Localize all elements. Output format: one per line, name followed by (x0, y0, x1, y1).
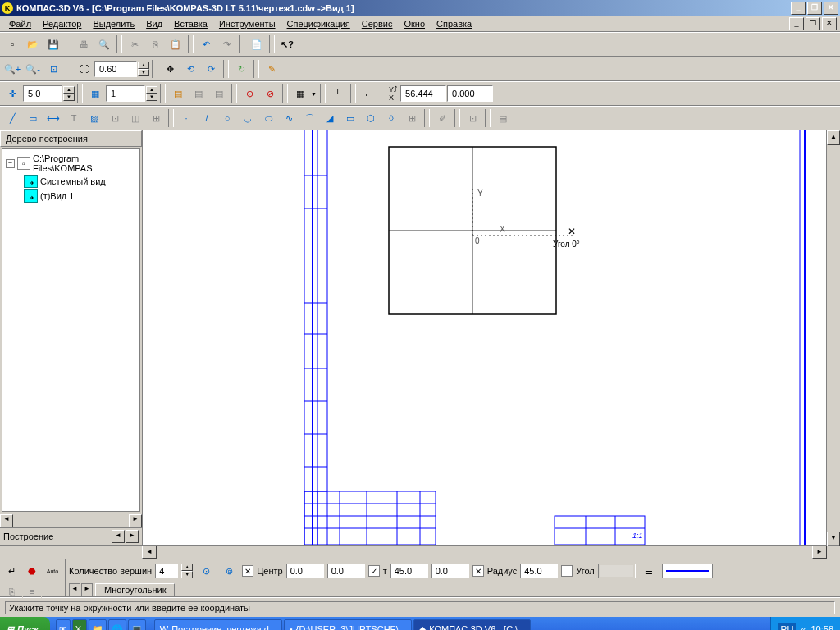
seg-tool[interactable]: / (197, 108, 217, 128)
angle-check[interactable] (561, 565, 573, 577)
tree-scroll-left[interactable]: ◄ (0, 514, 13, 527)
layers3-button[interactable]: ▤ (209, 84, 229, 103)
coord-y-field[interactable] (447, 85, 493, 102)
task-cmd[interactable]: ▪{D:\USER_3\JURTSCHE\... (284, 619, 412, 631)
zoom-in-button[interactable]: 🔍+ (2, 59, 22, 79)
hscroll-left[interactable]: ◄ (142, 546, 157, 559)
tree-item-system[interactable]: ↳ Системный вид (6, 174, 136, 189)
save-button[interactable]: 💾 (43, 34, 63, 54)
auto-button[interactable]: Auto (43, 561, 62, 581)
zoom-next-button[interactable]: ⟳ (201, 59, 221, 79)
menu-window[interactable]: Окно (398, 17, 431, 30)
menu-select[interactable]: Выделить (87, 17, 140, 30)
polygon-tool[interactable]: ⬡ (361, 108, 381, 128)
text-tool[interactable]: T (64, 108, 84, 128)
circle-tool[interactable]: ○ (217, 108, 237, 128)
memory-button[interactable]: ≡ (22, 582, 42, 601)
new-button[interactable]: ▫ (2, 34, 22, 54)
open-button[interactable]: 📂 (23, 34, 43, 54)
edit-button[interactable]: ✎ (262, 59, 281, 79)
angle-field[interactable] (598, 564, 636, 578)
doc-close-button[interactable]: ✕ (822, 17, 837, 30)
apply-button[interactable]: ↵ (2, 561, 21, 581)
menu-help[interactable]: Справка (431, 17, 477, 30)
vertices-field[interactable] (155, 564, 178, 578)
vertices-spinner[interactable]: ▲▼ (181, 564, 193, 578)
origin-button[interactable]: ✜ (2, 84, 22, 103)
zoom-prev-button[interactable]: ⟲ (180, 59, 200, 79)
quicklaunch[interactable]: 🌐 (108, 619, 126, 631)
tree-prev-button[interactable]: ◄ (112, 530, 125, 543)
menu-tools[interactable]: Инструменты (213, 17, 281, 30)
tree-root[interactable]: − ▫ C:\Program Files\KOMPAS (6, 153, 136, 174)
edit-tool[interactable]: ✐ (432, 108, 452, 128)
zoom-spinner[interactable]: ▲▼ (138, 62, 149, 76)
close-button[interactable]: ✕ (824, 2, 838, 15)
layers2-button[interactable]: ▤ (189, 84, 208, 103)
spline-tool[interactable]: ∿ (279, 108, 299, 128)
chamfer-tool[interactable]: ◢ (320, 108, 340, 128)
quicklaunch[interactable]: X (72, 619, 87, 631)
center-y-field[interactable] (327, 564, 365, 578)
fillet-tool[interactable]: ⌒ (299, 108, 319, 128)
quicklaunch[interactable]: 📁 (89, 619, 107, 631)
more-button[interactable]: ⋯ (43, 582, 62, 601)
doc-restore-button[interactable]: ❐ (806, 17, 820, 30)
undo-button[interactable]: ↶ (196, 34, 216, 54)
arc-tool[interactable]: ◡ (238, 108, 258, 128)
pt-tool[interactable]: · (176, 108, 196, 128)
quicklaunch[interactable]: 💻 (128, 619, 146, 631)
layer-spinner[interactable]: ▲▼ (146, 86, 158, 101)
point-x-field[interactable] (390, 564, 428, 578)
ortho-button[interactable]: └ (328, 84, 348, 103)
layer-icon[interactable]: ▦ (85, 84, 105, 103)
print-button[interactable]: 🖶 (74, 34, 94, 54)
rect-tool[interactable]: ▭ (23, 108, 43, 128)
line-tool[interactable]: ╱ (2, 108, 22, 128)
tree-body[interactable]: − ▫ C:\Program Files\KOMPAS ↳ Системный … (2, 148, 140, 512)
properties-button[interactable]: 📄 (247, 34, 267, 54)
coord-x-field[interactable] (400, 85, 446, 102)
task-word[interactable]: WПостроение_чертежа.d... (154, 619, 282, 631)
grid-button[interactable]: ▦ (290, 84, 310, 103)
lang-indicator[interactable]: RU (778, 623, 796, 630)
cut-button[interactable]: ✂ (125, 34, 144, 54)
redo-button[interactable]: ↷ (217, 34, 236, 54)
dim4-tool[interactable]: ⊞ (146, 108, 166, 128)
vscrollbar[interactable]: ▲ ▼ (826, 130, 840, 545)
system-tray[interactable]: RU « 10:58 (770, 617, 840, 630)
measure-tool[interactable]: ⊡ (463, 108, 482, 128)
line-style-combo[interactable] (662, 564, 713, 578)
paste-button[interactable]: 📋 (166, 34, 185, 54)
zoom-field[interactable] (94, 61, 137, 77)
snap-off-button[interactable]: ⊘ (260, 84, 280, 103)
step-field[interactable] (23, 85, 62, 102)
center-check[interactable]: ✕ (242, 565, 253, 577)
zoom-out-button[interactable]: 🔍- (23, 59, 43, 79)
help-cursor-button[interactable]: ↖? (277, 34, 297, 54)
xy-button[interactable]: ⌐ (358, 84, 378, 103)
circumscribed-button[interactable]: ⊚ (219, 561, 239, 581)
radius-check[interactable]: ✕ (472, 565, 484, 577)
task-kompas[interactable]: ◆КОМПАС-3D V6 - [C:\... (413, 619, 531, 631)
doc-minimize-button[interactable]: _ (789, 17, 804, 30)
dim-tool[interactable]: ⟷ (43, 108, 63, 128)
menu-service[interactable]: Сервис (356, 17, 399, 30)
quicklaunch[interactable]: ✉ (56, 619, 71, 631)
hatch-tool[interactable]: ▨ (84, 108, 104, 128)
zoom-fit-button[interactable]: ⛶ (74, 59, 94, 79)
tab-next-button[interactable]: ► (81, 583, 93, 596)
drawing-canvas[interactable]: 1:1 Y X 0 ✕ Угол 0° (143, 130, 826, 545)
step-spinner[interactable]: ▲▼ (63, 86, 75, 101)
start-button[interactable]: ⊞Пуск (0, 617, 50, 630)
tray-icon[interactable]: « (801, 624, 806, 630)
dim3-tool[interactable]: ◫ (126, 108, 145, 128)
minimize-button[interactable]: _ (791, 2, 806, 15)
radius-field[interactable] (520, 564, 558, 578)
menu-view[interactable]: Вид (140, 17, 168, 30)
tree-next-button[interactable]: ► (126, 530, 139, 543)
bom-tool[interactable]: ▤ (493, 108, 513, 128)
restore-button[interactable]: ❐ (807, 2, 822, 15)
inscribed-button[interactable]: ⊙ (196, 561, 216, 581)
tree-item-view1[interactable]: ↳ (т)Вид 1 (6, 189, 136, 203)
